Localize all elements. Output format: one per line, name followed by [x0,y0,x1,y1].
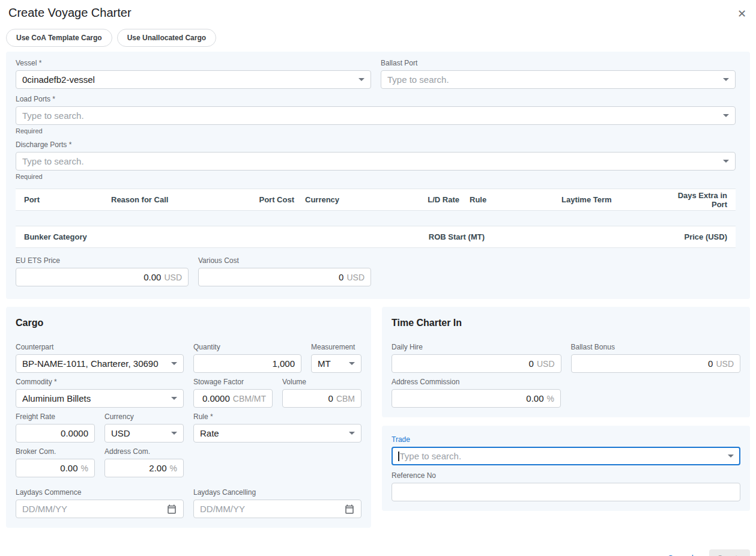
broker-com-field: Broker Com. % [16,447,95,477]
address-commission-input[interactable] [398,393,544,403]
rule-select[interactable]: Rate [193,424,361,443]
dialog-footer: Cancel Create [6,549,750,556]
stowage-factor-input[interactable] [200,393,230,403]
trade-label: Trade [392,435,740,444]
currency-suffix: USD [716,359,734,369]
commodity-select[interactable]: Aluminium Billets [16,389,184,408]
counterpart-field: Counterpart BP-NAME-1011, Charterer, 306… [16,343,184,373]
ballast-port-label: Ballast Port [381,59,736,67]
voyage-details-panel: Vessel * 0cinadefb2-vessel Ballast Port … [6,52,750,299]
broker-com-input[interactable] [22,463,78,473]
eu-ets-price-box: USD [16,268,189,286]
various-cost-input[interactable] [205,272,343,282]
laydays-commence-label: Laydays Commence [16,488,184,497]
quantity-input[interactable] [200,358,295,369]
chevron-down-icon [171,432,177,435]
vessel-value: 0cinadefb2-vessel [22,74,354,85]
stowage-factor-label: Stowage Factor [193,378,273,386]
reference-no-box [392,483,740,501]
laydays-cancelling-input[interactable] [200,504,339,514]
load-ports-input[interactable] [22,110,718,121]
page-title: Create Voyage Charter [8,6,132,20]
ballast-bonus-label: Ballast Bonus [571,343,741,351]
broker-com-label: Broker Com. [16,447,95,456]
ballast-bonus-input[interactable] [578,358,713,369]
currency-value: USD [111,428,166,438]
create-button[interactable]: Create [709,549,750,556]
daily-hire-box: USD [392,354,561,373]
eu-ets-price-label: EU ETS Price [16,256,189,265]
freight-rate-field: Freight Rate [16,412,95,443]
cancel-button[interactable]: Cancel [667,554,694,556]
discharge-ports-input[interactable] [22,156,718,166]
reference-no-field: Reference No [392,471,740,501]
load-ports-combobox [16,106,736,125]
address-com-input[interactable] [111,463,167,473]
volume-label: Volume [282,378,361,386]
chevron-down-icon [171,362,177,365]
counterpart-label: Counterpart [16,343,184,351]
calendar-icon[interactable] [344,504,355,515]
address-commission-box: % [392,389,561,408]
commodity-value: Aluminium Billets [22,393,166,403]
ballast-bonus-box: USD [571,354,741,373]
volume-input[interactable] [289,393,333,403]
reference-no-input[interactable] [398,487,734,497]
discharge-ports-required-helper: Required [16,173,736,180]
freight-rate-box [16,424,95,443]
use-coa-template-cargo-button[interactable]: Use CoA Template Cargo [6,29,112,47]
trade-field: Trade [392,435,740,465]
load-ports-field: Load Ports * Required [16,95,736,134]
currency-select[interactable]: USD [104,424,184,443]
ballast-bonus-field: Ballast Bonus USD [571,343,741,373]
daily-hire-input[interactable] [398,358,534,369]
text-cursor [398,452,399,461]
currency-label: Currency [104,412,184,421]
chevron-down-icon [171,397,177,400]
freight-rate-label: Freight Rate [16,412,95,421]
ports-table-header: Port Reason for Call Port Cost Currency … [16,189,736,211]
trade-input[interactable] [400,451,724,461]
close-icon[interactable]: ✕ [736,6,748,22]
chevron-down-icon [358,78,364,81]
commodity-field: Commodity * Aluminium Billets [16,378,184,408]
load-ports-label: Load Ports * [16,95,736,103]
measurement-label: Measurement [311,343,361,351]
vessel-field: Vessel * 0cinadefb2-vessel [16,59,371,89]
measurement-field: Measurement MT [311,343,361,373]
chevron-down-icon[interactable] [723,160,729,163]
rule-field: Rule * Rate [193,412,361,443]
chevron-down-icon[interactable] [728,455,734,458]
cargo-heading: Cargo [16,318,361,328]
address-com-field: Address Com. % [104,447,184,477]
discharge-ports-combobox [16,152,736,171]
percent-suffix: % [170,464,177,473]
chevron-down-icon[interactable] [723,78,729,81]
reference-no-label: Reference No [392,471,740,480]
address-commission-label: Address Commission [392,378,561,386]
percent-suffix: % [547,394,554,403]
bunker-header-rob-start: ROB Start (MT) [360,232,485,241]
various-cost-field: Various Cost USD [198,256,371,286]
chip-row: Use CoA Template Cargo Use Unallocated C… [6,29,750,47]
laydays-commence-field: Laydays Commence [16,488,184,518]
chevron-down-icon[interactable] [723,114,729,117]
rule-value: Rate [200,428,344,438]
ballast-port-combobox [381,70,736,89]
vessel-select[interactable]: 0cinadefb2-vessel [16,70,371,89]
eu-ets-price-input[interactable] [22,272,161,282]
quantity-label: Quantity [193,343,301,351]
laydays-cancelling-field: Laydays Cancelling [193,488,361,518]
ballast-port-input[interactable] [387,74,718,85]
measurement-select[interactable]: MT [311,354,361,373]
measurement-value: MT [318,358,344,369]
counterpart-select[interactable]: BP-NAME-1011, Charterer, 30690 [16,354,184,373]
use-unallocated-cargo-button[interactable]: Use Unallocated Cargo [117,29,216,47]
ports-header-port: Port [24,195,111,204]
laydays-commence-input[interactable] [22,504,162,514]
freight-rate-input[interactable] [22,428,88,438]
calendar-icon[interactable] [166,504,177,515]
counterpart-value: BP-NAME-1011, Charterer, 30690 [22,358,166,369]
dialog-header: Create Voyage Charter ✕ [0,0,756,22]
volume-field: Volume CBM [282,378,361,408]
